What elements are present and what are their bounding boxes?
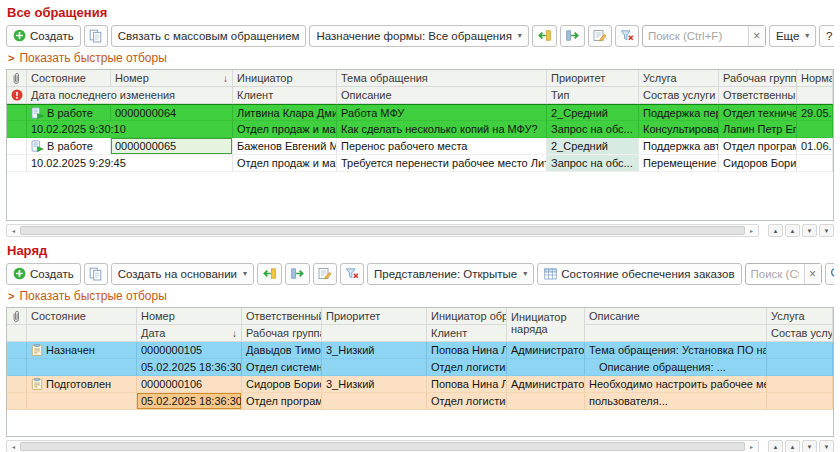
scroll-left-icon[interactable]: ◂ (7, 443, 20, 450)
topic-cell[interactable]: Работа МФУ (337, 104, 547, 121)
state-cell[interactable]: В работе (27, 138, 111, 155)
empty-cell[interactable] (507, 359, 585, 376)
number-cell[interactable]: 0000000105 (137, 342, 242, 359)
client-cell[interactable]: Отдел логистики (427, 359, 507, 376)
edit-note-button[interactable] (313, 263, 337, 285)
col-header-appeal-initiator[interactable]: Инициатор обр... (427, 308, 507, 325)
client-cell[interactable]: Отдел продаж и мар... (233, 155, 337, 172)
empty-cell[interactable] (27, 359, 137, 376)
col-header-norm[interactable]: Нормат... (797, 70, 833, 87)
priority-cell[interactable]: 2_Средний (547, 138, 639, 155)
col-header-priority[interactable]: Приоритет (322, 308, 427, 325)
topic-cell[interactable]: Перенос рабочего места (337, 138, 547, 155)
search-options-button[interactable]: ▾ (825, 263, 835, 285)
col-header-priority[interactable]: Приоритет (547, 70, 639, 87)
change-date-cell[interactable]: 10.02.2025 9:29:45 (27, 155, 233, 172)
workgroup-cell[interactable]: Отдел програм... (242, 393, 322, 410)
col-header-number[interactable]: Номер (137, 308, 242, 325)
date-cell-current[interactable]: 05.02.2025 18:36:30 (137, 393, 242, 410)
go-bottom-button[interactable]: ▼ (819, 224, 834, 237)
responsible-cell[interactable]: Сидоров Борис... (242, 376, 322, 393)
responsible-cell[interactable]: Сидоров Борис... (719, 155, 797, 172)
create-button[interactable]: Создать (6, 25, 81, 47)
change-date-cell[interactable]: 10.02.2025 9:30:10 (27, 121, 233, 138)
priority-cell[interactable]: 3_Низкий (322, 376, 427, 393)
forward-button[interactable] (285, 263, 310, 285)
service-cell[interactable]: Поддержка пер... (639, 104, 719, 121)
workgroup-cell[interactable]: Отдел програм... (719, 138, 797, 155)
col-header-topic[interactable]: Тема обращения (337, 70, 547, 87)
col-header-responsible[interactable]: Ответственный (242, 308, 322, 325)
number-cell[interactable]: 0000000064 (111, 104, 233, 121)
col-header-client[interactable]: Клиент (427, 325, 507, 342)
attachment-cell[interactable] (7, 393, 27, 410)
initiator-cell[interactable]: Баженов Евгений М... (233, 138, 337, 155)
scroll-left-icon[interactable]: ◂ (7, 227, 20, 234)
description-cell[interactable]: Требуется перенести рабочее место Литвин… (337, 155, 547, 172)
scrollbar-thumb[interactable] (20, 442, 745, 451)
create-button[interactable]: Создать (6, 263, 81, 285)
client-cell[interactable]: Отдел логистики (427, 393, 507, 410)
service-cell[interactable] (767, 342, 833, 359)
edit-note-button[interactable] (588, 25, 612, 47)
col-header-service[interactable]: Услуга (767, 308, 833, 325)
clear-filter-button[interactable] (615, 25, 639, 47)
attachments-column-header[interactable] (7, 70, 27, 87)
col-header-description[interactable]: Описание (585, 308, 767, 325)
col-header-date[interactable]: Дата↓ (137, 325, 242, 342)
type-cell[interactable]: Запрос на обс... (547, 155, 639, 172)
priority-cell[interactable]: 2_Средний (547, 104, 639, 121)
scroll-down-button[interactable]: ▼ (802, 440, 817, 452)
attachment-cell[interactable] (7, 155, 27, 172)
scroll-right-icon[interactable]: ▸ (745, 443, 758, 450)
clear-search-button[interactable]: × (804, 264, 821, 284)
scroll-up-button[interactable]: ▲ (785, 224, 800, 237)
scroll-down-button[interactable]: ▼ (802, 224, 817, 237)
col-header-responsible[interactable]: Ответственный (719, 87, 797, 104)
client-cell[interactable]: Отдел продаж и мар... (233, 121, 337, 138)
attachment-cell[interactable] (7, 342, 27, 359)
clear-search-button[interactable]: × (748, 26, 765, 46)
deadline-cell[interactable]: 29.05.2... (797, 104, 833, 121)
link-mass-appeal-button[interactable]: Связать с массовым обращением (111, 25, 307, 47)
col-header-state[interactable]: Состояние (27, 308, 137, 325)
empty-cell[interactable] (767, 359, 833, 376)
view-button[interactable]: Представление: Открытые▾ (367, 263, 534, 285)
col-header-number[interactable]: Номер↓ (111, 70, 233, 87)
scrollbar-track[interactable]: ◂ ▸ (6, 440, 759, 452)
description-cell[interactable]: Тема обращения: Установка ПО на ПК (585, 342, 767, 359)
state-cell[interactable]: В работе (27, 104, 111, 121)
attachment-cell[interactable] (7, 376, 27, 393)
empty-cell[interactable] (797, 121, 833, 138)
create-based-on-button[interactable]: Создать на основании▾ (111, 263, 254, 285)
state-cell[interactable]: Подготовлен (27, 376, 137, 393)
quick-filters-toggle[interactable]: > Показать быстрые отборы (6, 49, 834, 69)
description-cell[interactable]: Описание обращения: ... (585, 359, 767, 376)
service-detail-cell[interactable]: Консультирова... (639, 121, 719, 138)
initiator-cell[interactable]: Попова Нина Л... (427, 376, 507, 393)
col-header-state[interactable]: Состояние (27, 70, 111, 87)
empty-cell[interactable] (322, 359, 427, 376)
col-header-service-detail[interactable]: Состав услуги (767, 325, 833, 342)
description-cell[interactable]: пользователя... (585, 393, 767, 410)
initiator-cell[interactable]: Литвина Клара Дми... (233, 104, 337, 121)
scrollbar-track[interactable]: ◂ ▸ (6, 224, 759, 237)
col-header-type[interactable]: Тип (547, 87, 639, 104)
search-input[interactable] (746, 268, 804, 280)
service-detail-cell[interactable]: Перемещение ... (639, 155, 719, 172)
col-header-workgroup[interactable]: Рабочая группа (242, 325, 322, 342)
state-cell[interactable]: Назначен (27, 342, 137, 359)
date-cell[interactable]: 05.02.2025 18:36:30 (137, 359, 242, 376)
col-header-order-initiator[interactable]: Инициатор наряда (507, 308, 585, 342)
col-header-description[interactable]: Описание (337, 87, 547, 104)
order-initiator-cell[interactable]: Администратор (507, 342, 585, 359)
col-header-last-change-date[interactable]: Дата последнего изменения (27, 87, 233, 104)
go-bottom-button[interactable]: ▼ (819, 440, 834, 452)
responsible-cell[interactable]: Давыдов Тимо... (242, 342, 322, 359)
type-cell[interactable]: Запрос на обс... (547, 121, 639, 138)
attachment-cell[interactable] (7, 104, 27, 121)
overdue-column-header[interactable] (7, 87, 27, 104)
create-copy-button[interactable] (84, 263, 108, 285)
number-cell[interactable]: 0000000106 (137, 376, 242, 393)
attachments-column-header[interactable] (7, 308, 27, 325)
